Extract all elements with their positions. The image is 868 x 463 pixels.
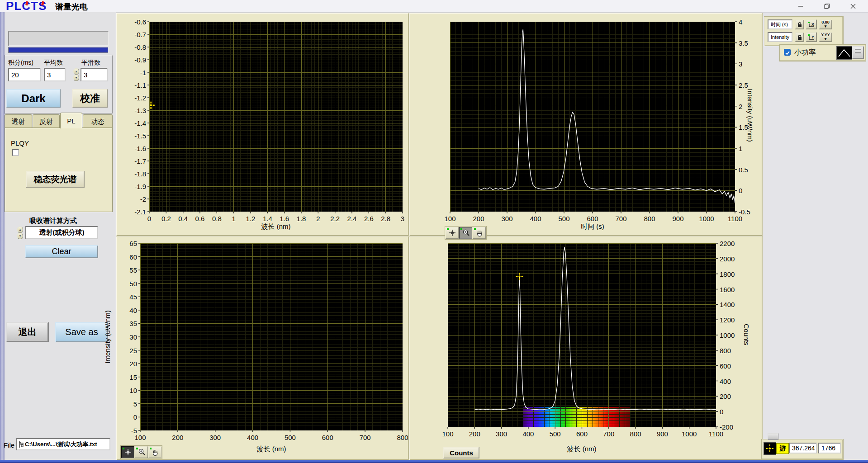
window-left-edge [0,12,5,463]
check-icon [784,50,790,56]
x-format-button[interactable]: 8.88▾ [819,19,832,29]
average-input[interactable]: 3 [44,68,66,81]
dark-button[interactable]: Dark [6,89,61,108]
save-as-button[interactable]: Save as [55,322,108,342]
graph-palette [120,445,162,459]
clear-button[interactable]: Clear [25,245,98,258]
integration-label: 积分(ms) [8,59,33,67]
power-legend-checkbox[interactable] [784,49,791,56]
x-tick-label: 200 [172,434,183,441]
x-autoscale-button[interactable]: X [806,19,817,29]
pan-tool-button[interactable] [148,446,161,458]
zoom-tool-button[interactable] [459,227,472,239]
status-display [8,31,109,46]
steady-pl-button[interactable]: 稳态荧光谱 [26,171,85,188]
zoom-tool-button[interactable] [135,446,148,458]
stepper-down-icon[interactable]: ▼ [17,233,23,239]
x-tick-label: 400 [247,434,258,441]
cursor-y-field[interactable]: 1766 [818,443,841,454]
y-tick-label: 3.5 [739,39,748,47]
y-format-button[interactable]: Y.YY▾ [819,32,832,42]
legend-line-style-button[interactable] [836,46,852,60]
y-scale-name-field[interactable]: Intensity [768,32,792,42]
y-tick-label: -1.1 [134,81,146,89]
y-tick-label: -1.5 [134,132,146,140]
file-path-text: C:\Users\...\测试\大功率.txt [25,440,97,449]
x-scale-name-field[interactable]: 时间 (s) [768,19,792,29]
legend-scrollbar[interactable] [852,46,864,59]
tab-transmission[interactable]: 透射 [5,114,32,128]
stepper-down-icon[interactable]: ▼ [73,75,79,81]
x-tick-label: 700 [360,434,371,441]
absorbance-plot[interactable] [149,22,403,212]
hand-icon [151,448,159,456]
chart-canvas [140,243,403,430]
y-tick-label: 2 [739,102,742,110]
app-window: PLCTS 谱量光电 积分(ms) 平均数 平滑数 20 3 ▲▼ 3 Dark… [0,0,868,463]
y-tick-label: -1.8 [134,170,146,178]
autoscale-y-icon: Y [808,34,815,41]
chart-canvas [149,22,403,212]
smooth-input[interactable]: 3 [81,68,108,81]
average-label: 平均数 [44,59,63,67]
spectrum-intensity-plot[interactable] [140,243,403,430]
crosshair-icon [124,448,132,456]
x-tick-label: 3 [401,215,404,222]
y-tick-label: 200 [720,392,731,400]
cursor-tool-button[interactable] [446,227,459,239]
cursor-name-tag[interactable]: 游 [776,443,789,454]
tab-pl[interactable]: PL [60,113,82,128]
y-autoscale-button[interactable]: Y [806,32,817,42]
absorption-select[interactable]: 透射(或积分球) [25,226,98,239]
y-tick-label: 3 [739,60,742,68]
cursor-x-field[interactable]: 367.264 [789,443,817,454]
x-tick-label: 300 [209,434,221,441]
x-tick-label: 500 [550,430,561,438]
plqy-checkbox[interactable] [12,149,19,156]
absorption-stepper[interactable]: ▲▼ [17,227,23,239]
smooth-label: 平滑数 [81,59,100,67]
cursor-tool-button[interactable] [121,446,134,458]
smooth-stepper[interactable]: ▲▼ [73,68,79,81]
tab-dynamic[interactable]: 动态 [83,114,113,128]
y-scale-lock-button[interactable] [795,32,804,42]
y-tick-label: 35 [129,320,137,327]
close-button[interactable] [843,0,863,12]
y-tick-label: 1600 [720,285,735,293]
tab-reflection[interactable]: 反射 [33,114,60,128]
x-tick-label: 0 [147,215,151,222]
y-tick-label: 55 [129,266,137,274]
y-tick-label: -0.6 [134,18,146,26]
x-tick-label: 2.6 [364,215,374,222]
x-tick-label: 2.2 [330,215,340,222]
stepper-up-icon[interactable]: ▲ [17,227,23,233]
y-tick-label: 25 [129,346,137,354]
cursor-style-button[interactable] [764,442,776,455]
time-intensity-plot[interactable] [450,22,735,212]
cursor-legend-scroll-tab[interactable] [768,433,778,440]
y-tick-label: 4 [739,18,742,26]
stepper-up-icon[interactable]: ▲ [73,68,79,75]
minimize-button[interactable] [790,0,811,12]
x-axis-title: 波长 (nm) [257,445,286,454]
x-tick-label: 1100 [728,215,742,222]
y-tick-label: 0 [720,408,723,416]
counts-legend-button[interactable]: Counts [443,447,479,458]
y-tick-label: 10 [129,387,137,394]
x-axis-title: 时间 (s) [581,222,604,231]
x-axis-title: 波长 (nm) [567,445,597,454]
x-tick-label: 1.8 [297,215,306,222]
restore-button[interactable] [816,0,837,12]
y-tick-label: 2200 [720,240,735,247]
x-scale-lock-button[interactable] [795,19,804,29]
pan-tool-button[interactable] [473,227,486,239]
x-tick-label: 500 [285,434,296,441]
y-tick-label: 0 [739,187,742,194]
calibrate-button[interactable]: 校准 [72,89,108,108]
file-path-field[interactable]: C:\Users\...\测试\大功率.txt [16,438,110,450]
active-led-icon [447,228,449,230]
x-tick-label: 100 [444,215,455,222]
integration-input[interactable]: 20 [8,68,41,81]
spectrum-counts-plot[interactable] [448,243,716,427]
exit-button[interactable]: 退出 [6,322,49,342]
